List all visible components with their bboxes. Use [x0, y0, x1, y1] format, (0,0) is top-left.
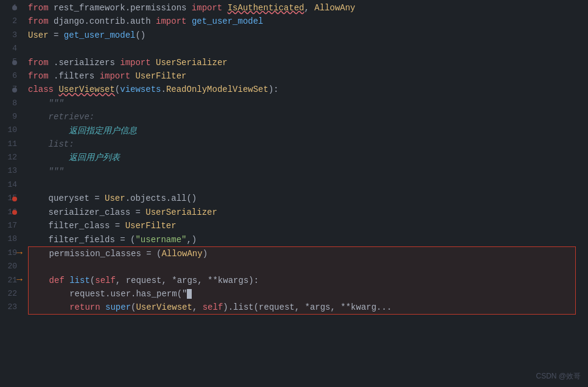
- code-token: UserViewset: [136, 301, 192, 314]
- code-line: serializer_class = UserSerializer: [28, 206, 588, 219]
- code-line: retrieve:: [28, 110, 588, 124]
- breakpoint-dot[interactable]: [12, 60, 17, 65]
- code-token: AllowAny: [161, 247, 202, 260]
- code-token: import: [120, 56, 150, 69]
- code-token: ,: [192, 301, 203, 314]
- code-line: → permission_classes = (AllowAny): [28, 246, 576, 260]
- code-token: serializer_class: [28, 206, 130, 219]
- code-token: AllowAny: [315, 1, 355, 15]
- code-editor: 1234567891011121314151617181920212223 fr…: [0, 0, 588, 387]
- code-token: User: [105, 192, 125, 205]
- code-token: list:: [28, 138, 74, 151]
- code-token: [29, 301, 69, 314]
- code-token: ,): [186, 233, 197, 246]
- code-token: class: [28, 83, 54, 96]
- code-line: request.user.has_perm(": [28, 287, 576, 301]
- code-token: request.user.has_perm(": [29, 287, 187, 301]
- code-token: ).list(request, *args,: [223, 301, 340, 314]
- code-token: IsAuthenticated: [228, 1, 304, 15]
- gutter-arrow-icon: →: [14, 248, 25, 259]
- code-token: (): [135, 29, 145, 42]
- code-token: [100, 301, 105, 314]
- code-token: viewsets: [120, 83, 161, 96]
- code-token: , request, *args, **kwargs):: [116, 274, 259, 287]
- code-token: [222, 1, 227, 15]
- code-token: """: [28, 97, 64, 110]
- code-token: """: [28, 165, 64, 178]
- code-token: return: [69, 301, 100, 314]
- code-token: from: [28, 56, 49, 69]
- watermark: CSDN @效哥: [536, 371, 581, 382]
- code-token: [54, 83, 58, 96]
- code-token: UserSerializer: [156, 56, 228, 69]
- code-line: return super(UserViewset, self).list(req…: [28, 301, 576, 315]
- code-line: from rest_framework.permissions import I…: [28, 1, 588, 15]
- gutter-arrow-icon: →: [14, 275, 25, 286]
- code-token: =: [130, 206, 145, 219]
- code-line: filter_class = UserFilter: [28, 219, 588, 232]
- code-token: (: [131, 301, 136, 314]
- code-line: [28, 260, 576, 273]
- code-token: get_user_model: [64, 29, 136, 42]
- code-token: queryset: [28, 192, 89, 205]
- code-token: .objects.all(): [125, 192, 197, 205]
- code-token: "username": [135, 233, 186, 246]
- code-token: get_user_model: [192, 15, 264, 28]
- breakpoint-dot[interactable]: [12, 210, 17, 215]
- code-token: .serializers: [49, 56, 121, 69]
- code-token: UserFilter: [125, 219, 177, 232]
- code-line: from django.contrib.auth import get_user…: [28, 15, 588, 28]
- code-line: 返回用户列表: [28, 151, 588, 164]
- code-token: [151, 56, 156, 69]
- code-token: UserFilter: [135, 69, 186, 83]
- code-line: class UserViewset(viewsets.ReadOnlyModel…: [28, 83, 588, 96]
- code-token: ...: [376, 301, 391, 314]
- code-line: → def list(self, request, *args, **kwarg…: [28, 274, 576, 287]
- code-token: **kwarg: [341, 301, 377, 314]
- code-token: ): [203, 247, 208, 260]
- code-line: """: [28, 165, 588, 178]
- code-token: ,: [304, 1, 315, 15]
- code-token: permission_classes: [29, 247, 141, 260]
- code-token: import: [156, 15, 186, 28]
- breakpoint-dot[interactable]: [12, 88, 17, 92]
- code-token: retrieve:: [28, 110, 94, 124]
- code-token: 返回指定用户信息: [28, 124, 137, 138]
- code-token: [186, 15, 191, 28]
- code-token: django.contrib.auth: [49, 15, 156, 28]
- code-content[interactable]: from rest_framework.permissions import I…: [22, 0, 588, 387]
- code-token: =: [49, 29, 64, 42]
- code-token: =: [89, 192, 105, 205]
- code-token: from: [28, 69, 49, 83]
- code-token: UserViewset: [58, 83, 114, 96]
- code-line: list:: [28, 138, 588, 151]
- code-token: (: [115, 83, 120, 96]
- code-token: ReadOnlyModelViewSet: [166, 83, 268, 96]
- code-token: .filters: [49, 69, 100, 83]
- breakpoint-dot[interactable]: [12, 197, 17, 201]
- code-line: queryset = User.objects.all(): [28, 192, 588, 205]
- code-line: User = get_user_model(): [28, 29, 588, 42]
- code-token: filter_fields: [28, 233, 115, 246]
- code-line: from .serializers import UserSerializer: [28, 56, 588, 69]
- line-numbers: 1234567891011121314151617181920212223: [0, 0, 22, 387]
- code-token: User: [28, 29, 49, 42]
- text-cursor: [187, 289, 192, 299]
- code-token: from: [28, 15, 49, 28]
- code-line: [28, 178, 588, 192]
- code-token: self: [95, 274, 116, 287]
- code-token: import: [100, 69, 130, 83]
- code-token: UserSerializer: [145, 206, 217, 219]
- code-token: = (: [141, 247, 162, 260]
- code-token: [65, 274, 69, 287]
- code-token: [130, 69, 135, 83]
- code-token: super: [105, 301, 131, 314]
- code-token: filter_class: [28, 219, 110, 232]
- code-token: def: [29, 274, 65, 287]
- code-token: ):: [268, 83, 279, 96]
- code-token: 返回用户列表: [28, 151, 120, 164]
- code-token: from: [28, 1, 49, 15]
- code-line: filter_fields = ("username",): [28, 233, 588, 246]
- code-token: = (: [115, 233, 136, 246]
- code-line: from .filters import UserFilter: [28, 69, 588, 83]
